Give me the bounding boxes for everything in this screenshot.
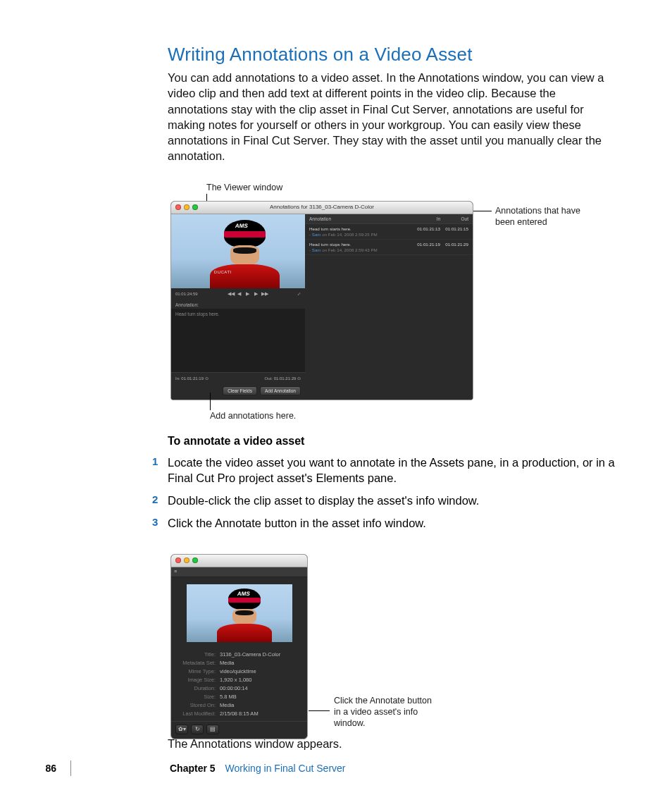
- figure-annotations-window: The Viewer window Annotations that have …: [168, 183, 616, 422]
- procedure-heading: To annotate a video asset: [168, 435, 616, 448]
- window-title: Annotations for 3136_03-Camera D-Color: [171, 204, 473, 210]
- meta-label: Size:: [177, 694, 216, 700]
- minimize-icon[interactable]: [184, 557, 189, 563]
- annotation-in: 01:01:21:13: [412, 226, 440, 231]
- meta-label: Mime Type:: [177, 668, 216, 674]
- step-number: 3: [152, 515, 158, 529]
- helmet-logo: AMS: [237, 591, 250, 597]
- meta-value: 2/15/08 8:15 AM: [220, 710, 301, 717]
- figure-info-window: ≡ AMS Title:3136_03-Camera D-Color Metad…: [168, 554, 616, 723]
- step-list: 1Locate the video asset you want to anno…: [168, 452, 616, 536]
- video-viewer[interactable]: AMS DUCATI: [171, 214, 305, 288]
- add-annotation-button[interactable]: Add Annotation: [260, 386, 301, 395]
- annotation-out: 01:01:21:15: [440, 226, 468, 231]
- meta-value: 00:00:00:14: [220, 685, 301, 691]
- step-text: Locate the video asset you want to annot…: [168, 456, 615, 484]
- meta-row: Stored On:Media: [177, 701, 301, 710]
- gear-icon[interactable]: ✿▾: [175, 725, 188, 734]
- annotation-user: Sam: [312, 232, 321, 237]
- chapter-title: Working in Final Cut Server: [225, 763, 346, 774]
- meta-label: Title:: [177, 651, 216, 658]
- refresh-button[interactable]: ↻: [191, 725, 204, 734]
- page-number: 86: [0, 763, 70, 774]
- asset-info-window: ≡ AMS Title:3136_03-Camera D-Color Metad…: [170, 554, 308, 739]
- info-bottom-toolbar: ✿▾ ↻ ▤: [171, 721, 307, 739]
- info-toolbar: ≡: [171, 567, 307, 577]
- intro-paragraph: You can add annotations to a video asset…: [168, 70, 616, 164]
- meta-value: Media: [220, 660, 301, 666]
- meta-row: Image Size:1,920 x 1,080: [177, 676, 301, 684]
- in-timecode: 01:01:21:19: [181, 376, 204, 381]
- step-forward-button[interactable]: ▶: [253, 291, 259, 297]
- annotate-button[interactable]: ▤: [206, 725, 219, 734]
- meta-value: video/quicktime: [220, 668, 301, 674]
- helmet-logo: AMS: [235, 223, 249, 229]
- meta-value: Media: [220, 702, 301, 708]
- annotation-out: 01:01:21:29: [440, 242, 468, 247]
- play-button[interactable]: ▶: [244, 291, 250, 297]
- meta-label: Image Size:: [177, 677, 216, 683]
- annotation-input-label: Annotation:: [171, 300, 305, 309]
- annotation-date: on Feb 14, 2008 2:59:25 PM: [322, 232, 377, 237]
- annotation-user: Sam: [312, 247, 321, 252]
- col-annotation: Annotation: [309, 216, 412, 221]
- section-heading: Writing Annotations on a Video Asset: [168, 44, 616, 66]
- jacket-logo: DUCATI: [214, 270, 232, 274]
- current-timecode: 01:01:24:59: [175, 292, 198, 296]
- asset-thumbnail[interactable]: AMS: [187, 584, 292, 642]
- out-point-label: Out:: [265, 376, 273, 381]
- col-in: In: [412, 216, 440, 221]
- meta-value: 5.8 MB: [220, 694, 301, 700]
- callout-viewer: The Viewer window: [206, 183, 282, 192]
- meta-row: Title:3136_03-Camera D-Color: [177, 651, 301, 659]
- chapter-label: Chapter 5: [170, 763, 216, 774]
- col-out: Out: [440, 216, 468, 221]
- annotation-text: Head turn stops here.: [309, 242, 412, 247]
- annotation-list-header: Annotation In Out: [305, 214, 473, 224]
- step-number: 2: [152, 493, 158, 507]
- fast-forward-button[interactable]: ▶▶: [261, 291, 267, 297]
- meta-label: Metadata Set:: [177, 660, 216, 666]
- annotation-date: on Feb 14, 2008 2:59:43 PM: [322, 247, 377, 252]
- meta-value: 1,920 x 1,080: [220, 677, 301, 683]
- step-text: Double-click the clip asset to display t…: [168, 494, 479, 507]
- meta-label: Stored On:: [177, 702, 216, 708]
- annotation-input[interactable]: Head turn stops here.: [171, 309, 305, 372]
- close-icon[interactable]: [175, 557, 181, 563]
- meta-row: Mime Type:video/quicktime: [177, 667, 301, 676]
- callout-entered: Annotations that have been entered: [495, 205, 587, 228]
- annotation-text: Head turn starts here.: [309, 226, 412, 231]
- annotation-row[interactable]: Head turn stops here. 01:01:21:19 01:01:…: [305, 240, 473, 255]
- page-footer: 86 Chapter 5 Working in Final Cut Server: [0, 760, 672, 776]
- playback-controls: 01:01:24:59 ◀◀ ◀ ▶ ▶ ▶▶ ⤢: [171, 288, 305, 300]
- annotation-in: 01:01:21:19: [412, 242, 440, 247]
- meta-row: Metadata Set:Media: [177, 659, 301, 667]
- step-number: 1: [152, 455, 158, 469]
- callout-click-annotate: Click the Annotate button in a video ass…: [334, 695, 440, 729]
- meta-value: 3136_03-Camera D-Color: [220, 651, 301, 658]
- in-point-label: In:: [175, 376, 180, 381]
- clear-fields-button[interactable]: Clear Fields: [223, 386, 257, 395]
- callout-add-here: Add annotations here.: [210, 411, 296, 421]
- meta-label: Duration:: [177, 685, 216, 691]
- window-titlebar: Annotations for 3136_03-Camera D-Color: [171, 202, 473, 214]
- rewind-button[interactable]: ◀◀: [228, 291, 233, 297]
- meta-row: Last Modified:2/15/08 8:15 AM: [177, 710, 301, 718]
- meta-row: Duration:00:00:00:14: [177, 684, 301, 693]
- zoom-icon[interactable]: [192, 557, 198, 563]
- out-timecode: 01:01:21:29: [274, 376, 297, 381]
- window-titlebar: [171, 555, 307, 567]
- step-text: Click the Annotate button in the asset i…: [168, 517, 426, 529]
- meta-label: Last Modified:: [177, 710, 216, 717]
- annotations-window: Annotations for 3136_03-Camera D-Color A…: [170, 201, 473, 400]
- metadata-list: Title:3136_03-Camera D-Color Metadata Se…: [171, 649, 307, 721]
- step-back-button[interactable]: ◀: [236, 291, 242, 297]
- annotation-row[interactable]: Head turn starts here. 01:01:21:13 01:01…: [305, 224, 473, 240]
- meta-row: Size:5.8 MB: [177, 693, 301, 701]
